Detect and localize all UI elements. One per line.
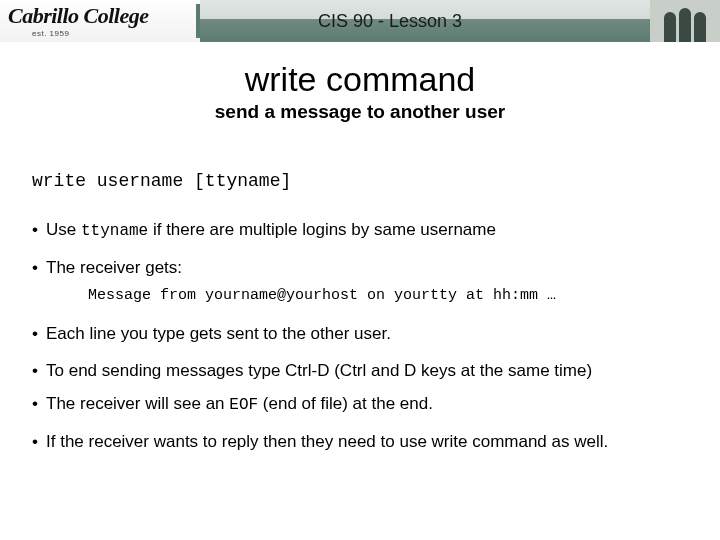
list-item: The receiver will see an EOF (end of fil… — [32, 393, 688, 417]
list-item: If the receiver wants to reply then they… — [32, 431, 688, 454]
slide-heading: write command — [32, 60, 688, 99]
bullet-text: The receiver will see an — [46, 394, 229, 413]
figure-icon — [664, 12, 676, 42]
list-item: The receiver gets: — [32, 257, 688, 280]
bullet-text: Use — [46, 220, 81, 239]
bullet-text: If the receiver wants to reply then they… — [46, 432, 608, 451]
college-logo: Cabrillo College est. 1959 — [0, 0, 200, 42]
inline-code: EOF — [229, 396, 258, 414]
logo-text: Cabrillo College — [8, 5, 149, 27]
list-item: Use ttyname if there are multiple logins… — [32, 219, 688, 243]
lesson-title: CIS 90 - Lesson 3 — [200, 11, 650, 32]
list-item: To end sending messages type Ctrl-D (Ctr… — [32, 360, 688, 383]
slide-content: write command send a message to another … — [0, 42, 720, 453]
bullet-list: Use ttyname if there are multiple logins… — [32, 219, 688, 280]
figure-icon — [694, 12, 706, 42]
banner: Cabrillo College est. 1959 CIS 90 - Less… — [0, 0, 720, 42]
logo-established: est. 1959 — [32, 29, 149, 38]
slide-subheading: send a message to another user — [32, 101, 688, 123]
list-item: Each line you type gets sent to the othe… — [32, 323, 688, 346]
inline-code: ttyname — [81, 222, 148, 240]
bullet-text: if there are multiple logins by same use… — [148, 220, 496, 239]
bullet-text: (end of file) at the end. — [258, 394, 433, 413]
bullet-text: Each line you type gets sent to the othe… — [46, 324, 391, 343]
figure-icon — [679, 8, 691, 42]
bullet-list: Each line you type gets sent to the othe… — [32, 323, 688, 453]
command-syntax: write username [ttyname] — [32, 171, 688, 191]
logo-divider — [196, 4, 200, 38]
receiver-message-example: Message from yourname@yourhost on yourtt… — [88, 286, 688, 306]
banner-photo — [650, 0, 720, 42]
bullet-text: To end sending messages type Ctrl-D (Ctr… — [46, 361, 592, 380]
slide: Cabrillo College est. 1959 CIS 90 - Less… — [0, 0, 720, 540]
bullet-text: The receiver gets: — [46, 258, 182, 277]
